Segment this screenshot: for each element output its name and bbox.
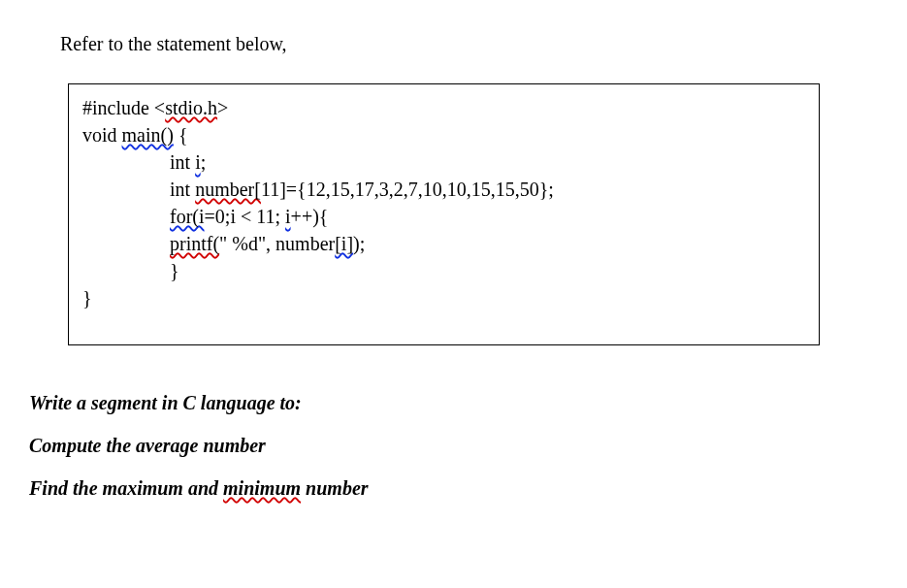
code-text: } [170,260,179,281]
squiggle-stdio: stdio.h [165,97,217,118]
code-line-1: #include <stdio.h> [82,94,805,121]
squiggle-main: main() [122,124,174,146]
squiggle-number: number[ [195,179,261,200]
code-text: " %d", number [219,233,335,254]
code-text: int [170,151,195,173]
task-text: Compute the average number [29,435,266,456]
task-line-2: Compute the average number [29,431,878,460]
squiggle-minimum: minimum [223,477,301,499]
code-line-2: void main() { [82,121,805,148]
squiggle-fori: for(i [170,206,205,227]
squiggle-idx: [i] [335,233,353,254]
task-text: Write a segment in C language to: [29,392,302,413]
code-text: } [82,287,92,309]
code-text: ++){ [291,206,329,227]
code-line-4: int number[11]={12,15,17,3,2,7,10,10,15,… [82,176,805,203]
code-line-3: int i; [82,148,805,176]
intro-text: Refer to the statement below, [29,29,878,58]
code-line-5: for(i=0;i < 11; i++){ [82,203,805,230]
code-text: { [174,124,188,146]
code-line-6: printf(" %d", number[i]); [82,230,805,257]
code-text: ; [201,151,207,173]
task-text: Find the maximum and [29,477,223,499]
code-line-8: } [82,284,805,311]
code-text: void [82,124,122,146]
task-line-3: Find the maximum and minimum number [29,474,878,503]
code-text: > [217,97,228,118]
code-line-7: } [82,257,805,284]
task-text: number [301,477,368,499]
code-text: int [170,179,195,200]
code-text: =0;i < 11; [205,206,286,227]
code-text: 11]={12,15,17,3,2,7,10,10,15,15,50}; [261,179,554,200]
code-box: #include <stdio.h> void main() { int i; … [68,83,820,345]
intro-content: Refer to the statement below, [60,33,287,54]
squiggle-printf: printf( [170,233,219,254]
code-text: ); [353,233,365,254]
task-line-1: Write a segment in C language to: [29,388,878,417]
code-text: #include < [82,97,165,118]
